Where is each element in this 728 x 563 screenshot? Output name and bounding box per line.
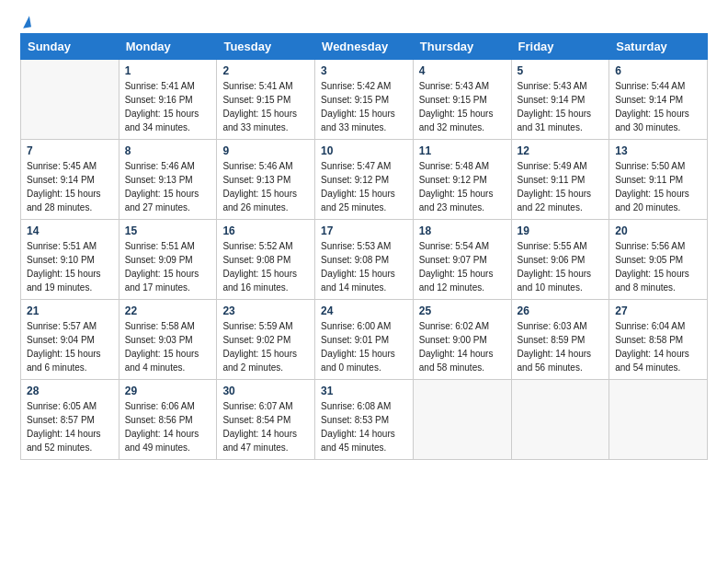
day-info: Sunrise: 5:41 AM Sunset: 9:15 PM Dayligh… bbox=[222, 79, 309, 134]
day-info: Sunrise: 5:51 AM Sunset: 9:09 PM Dayligh… bbox=[125, 239, 211, 294]
calendar-week-row: 28Sunrise: 6:05 AM Sunset: 8:57 PM Dayli… bbox=[21, 380, 708, 460]
day-number: 3 bbox=[321, 64, 407, 77]
day-number: 20 bbox=[615, 224, 701, 237]
calendar-cell: 31Sunrise: 6:08 AM Sunset: 8:53 PM Dayli… bbox=[315, 380, 414, 460]
day-info: Sunrise: 5:53 AM Sunset: 9:08 PM Dayligh… bbox=[321, 239, 407, 294]
day-number: 2 bbox=[222, 64, 309, 77]
calendar-cell: 20Sunrise: 5:56 AM Sunset: 9:05 PM Dayli… bbox=[609, 220, 708, 300]
calendar-cell: 3Sunrise: 5:42 AM Sunset: 9:15 PM Daylig… bbox=[315, 60, 414, 140]
calendar-cell bbox=[609, 380, 708, 460]
calendar-cell: 19Sunrise: 5:55 AM Sunset: 9:06 PM Dayli… bbox=[511, 220, 609, 300]
day-number: 27 bbox=[615, 304, 701, 317]
day-info: Sunrise: 5:42 AM Sunset: 9:15 PM Dayligh… bbox=[321, 79, 407, 134]
day-number: 4 bbox=[419, 64, 506, 77]
calendar-cell: 6Sunrise: 5:44 AM Sunset: 9:14 PM Daylig… bbox=[609, 60, 708, 140]
calendar-cell: 10Sunrise: 5:47 AM Sunset: 9:12 PM Dayli… bbox=[315, 140, 414, 220]
day-number: 7 bbox=[27, 144, 113, 157]
day-info: Sunrise: 5:52 AM Sunset: 9:08 PM Dayligh… bbox=[222, 239, 309, 294]
day-info: Sunrise: 6:06 AM Sunset: 8:56 PM Dayligh… bbox=[125, 399, 211, 454]
calendar-week-row: 1Sunrise: 5:41 AM Sunset: 9:16 PM Daylig… bbox=[21, 60, 708, 140]
calendar-cell: 1Sunrise: 5:41 AM Sunset: 9:16 PM Daylig… bbox=[119, 60, 217, 140]
day-number: 24 bbox=[321, 304, 407, 317]
calendar-cell: 27Sunrise: 6:04 AM Sunset: 8:58 PM Dayli… bbox=[609, 300, 708, 380]
calendar-cell: 4Sunrise: 5:43 AM Sunset: 9:15 PM Daylig… bbox=[413, 60, 511, 140]
day-number: 28 bbox=[27, 385, 113, 397]
day-info: Sunrise: 5:56 AM Sunset: 9:05 PM Dayligh… bbox=[615, 239, 701, 294]
day-info: Sunrise: 5:44 AM Sunset: 9:14 PM Dayligh… bbox=[615, 79, 701, 134]
calendar-cell: 7Sunrise: 5:45 AM Sunset: 9:14 PM Daylig… bbox=[21, 140, 119, 220]
logo bbox=[20, 17, 30, 28]
day-number: 18 bbox=[419, 224, 506, 237]
day-info: Sunrise: 6:08 AM Sunset: 8:53 PM Dayligh… bbox=[321, 399, 407, 454]
header bbox=[20, 17, 708, 28]
calendar-cell: 5Sunrise: 5:43 AM Sunset: 9:14 PM Daylig… bbox=[511, 60, 609, 140]
day-number: 19 bbox=[518, 224, 604, 237]
day-info: Sunrise: 5:57 AM Sunset: 9:04 PM Dayligh… bbox=[27, 319, 113, 374]
day-info: Sunrise: 5:43 AM Sunset: 9:15 PM Dayligh… bbox=[419, 79, 506, 134]
day-info: Sunrise: 6:04 AM Sunset: 8:58 PM Dayligh… bbox=[615, 319, 701, 374]
day-number: 16 bbox=[222, 224, 309, 237]
day-info: Sunrise: 5:47 AM Sunset: 9:12 PM Dayligh… bbox=[321, 159, 407, 214]
day-info: Sunrise: 6:05 AM Sunset: 8:57 PM Dayligh… bbox=[27, 399, 113, 454]
day-info: Sunrise: 5:43 AM Sunset: 9:14 PM Dayligh… bbox=[518, 79, 604, 134]
calendar-cell: 9Sunrise: 5:46 AM Sunset: 9:13 PM Daylig… bbox=[217, 140, 315, 220]
calendar-col-thursday: Thursday bbox=[413, 34, 511, 60]
day-number: 29 bbox=[125, 385, 211, 397]
calendar-cell: 17Sunrise: 5:53 AM Sunset: 9:08 PM Dayli… bbox=[315, 220, 414, 300]
calendar-cell: 14Sunrise: 5:51 AM Sunset: 9:10 PM Dayli… bbox=[21, 220, 119, 300]
calendar-cell: 29Sunrise: 6:06 AM Sunset: 8:56 PM Dayli… bbox=[119, 380, 217, 460]
day-number: 13 bbox=[615, 144, 701, 157]
day-info: Sunrise: 6:03 AM Sunset: 8:59 PM Dayligh… bbox=[518, 319, 604, 374]
calendar-col-tuesday: Tuesday bbox=[217, 34, 315, 60]
day-number: 1 bbox=[125, 64, 211, 77]
calendar-cell: 13Sunrise: 5:50 AM Sunset: 9:11 PM Dayli… bbox=[609, 140, 708, 220]
day-info: Sunrise: 5:55 AM Sunset: 9:06 PM Dayligh… bbox=[518, 239, 604, 294]
day-number: 10 bbox=[321, 144, 407, 157]
calendar-cell: 18Sunrise: 5:54 AM Sunset: 9:07 PM Dayli… bbox=[413, 220, 511, 300]
day-number: 14 bbox=[27, 224, 113, 237]
day-number: 21 bbox=[27, 304, 113, 317]
day-number: 23 bbox=[222, 304, 309, 317]
calendar-cell: 24Sunrise: 6:00 AM Sunset: 9:01 PM Dayli… bbox=[315, 300, 414, 380]
page: SundayMondayTuesdayWednesdayThursdayFrid… bbox=[0, 0, 728, 477]
calendar-col-monday: Monday bbox=[119, 34, 217, 60]
calendar-table: SundayMondayTuesdayWednesdayThursdayFrid… bbox=[20, 33, 708, 460]
calendar-week-row: 14Sunrise: 5:51 AM Sunset: 9:10 PM Dayli… bbox=[21, 220, 708, 300]
calendar-cell: 21Sunrise: 5:57 AM Sunset: 9:04 PM Dayli… bbox=[21, 300, 119, 380]
day-info: Sunrise: 5:51 AM Sunset: 9:10 PM Dayligh… bbox=[27, 239, 113, 294]
day-info: Sunrise: 5:58 AM Sunset: 9:03 PM Dayligh… bbox=[125, 319, 211, 374]
day-info: Sunrise: 5:41 AM Sunset: 9:16 PM Dayligh… bbox=[125, 79, 211, 134]
day-info: Sunrise: 6:02 AM Sunset: 9:00 PM Dayligh… bbox=[419, 319, 506, 374]
calendar-cell bbox=[511, 380, 609, 460]
day-info: Sunrise: 5:45 AM Sunset: 9:14 PM Dayligh… bbox=[27, 159, 113, 214]
calendar-cell: 12Sunrise: 5:49 AM Sunset: 9:11 PM Dayli… bbox=[511, 140, 609, 220]
day-info: Sunrise: 5:48 AM Sunset: 9:12 PM Dayligh… bbox=[419, 159, 506, 214]
calendar-cell: 11Sunrise: 5:48 AM Sunset: 9:12 PM Dayli… bbox=[413, 140, 511, 220]
day-number: 17 bbox=[321, 224, 407, 237]
day-info: Sunrise: 5:49 AM Sunset: 9:11 PM Dayligh… bbox=[518, 159, 604, 214]
calendar-cell: 2Sunrise: 5:41 AM Sunset: 9:15 PM Daylig… bbox=[217, 60, 315, 140]
day-number: 25 bbox=[419, 304, 506, 317]
calendar-header-row: SundayMondayTuesdayWednesdayThursdayFrid… bbox=[21, 34, 708, 60]
day-info: Sunrise: 6:00 AM Sunset: 9:01 PM Dayligh… bbox=[321, 319, 407, 374]
day-number: 15 bbox=[125, 224, 211, 237]
day-number: 11 bbox=[419, 144, 506, 157]
calendar-cell: 26Sunrise: 6:03 AM Sunset: 8:59 PM Dayli… bbox=[511, 300, 609, 380]
day-number: 6 bbox=[615, 64, 701, 77]
day-number: 26 bbox=[518, 304, 604, 317]
calendar-cell: 16Sunrise: 5:52 AM Sunset: 9:08 PM Dayli… bbox=[217, 220, 315, 300]
calendar-week-row: 7Sunrise: 5:45 AM Sunset: 9:14 PM Daylig… bbox=[21, 140, 708, 220]
day-number: 31 bbox=[321, 385, 407, 397]
day-info: Sunrise: 5:50 AM Sunset: 9:11 PM Dayligh… bbox=[615, 159, 701, 214]
calendar-week-row: 21Sunrise: 5:57 AM Sunset: 9:04 PM Dayli… bbox=[21, 300, 708, 380]
calendar-cell: 8Sunrise: 5:46 AM Sunset: 9:13 PM Daylig… bbox=[119, 140, 217, 220]
day-number: 5 bbox=[518, 64, 604, 77]
calendar-col-sunday: Sunday bbox=[21, 34, 119, 60]
day-number: 22 bbox=[125, 304, 211, 317]
calendar-col-saturday: Saturday bbox=[609, 34, 708, 60]
calendar-col-friday: Friday bbox=[511, 34, 609, 60]
calendar-col-wednesday: Wednesday bbox=[315, 34, 414, 60]
calendar-cell: 22Sunrise: 5:58 AM Sunset: 9:03 PM Dayli… bbox=[119, 300, 217, 380]
day-info: Sunrise: 5:46 AM Sunset: 9:13 PM Dayligh… bbox=[222, 159, 309, 214]
day-number: 12 bbox=[518, 144, 604, 157]
